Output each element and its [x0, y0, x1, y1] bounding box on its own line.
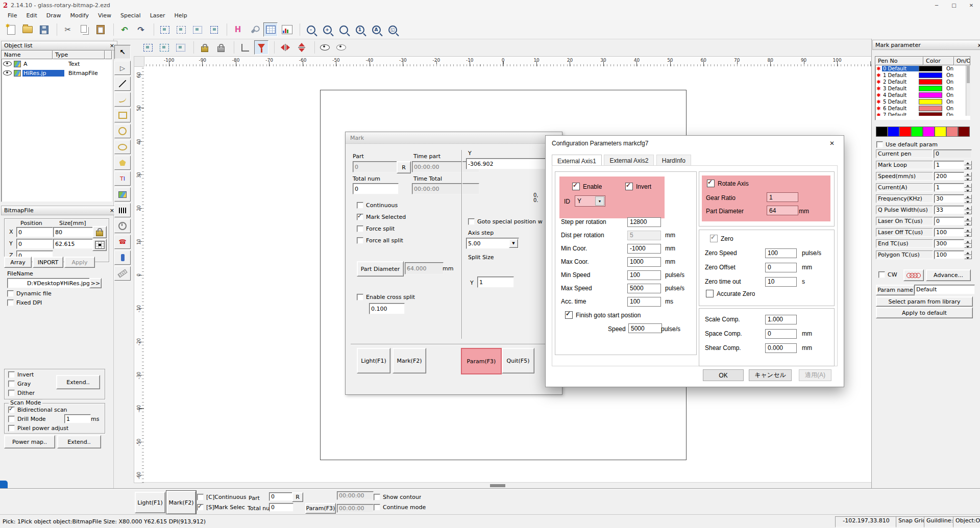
undo-button[interactable]: ↶: [117, 22, 132, 37]
cw-checkbox[interactable]: CW: [878, 271, 897, 278]
config-close-icon[interactable]: ✕: [820, 136, 844, 151]
menu-item[interactable]: Laser: [145, 11, 170, 20]
hatch-button[interactable]: H: [231, 22, 245, 37]
pen-row[interactable]: ✱ 0 Default On: [875, 65, 970, 72]
total-num-field[interactable]: 0: [353, 183, 399, 194]
config-value-field[interactable]: 5000: [627, 284, 661, 293]
pen-row[interactable]: ✱ 5 Default On: [875, 98, 970, 105]
part-diameter-config-field[interactable]: 64: [767, 206, 798, 215]
dither-checkbox[interactable]: Dither: [8, 390, 35, 396]
mark-selected-bar-checkbox[interactable]: [S]Mark Selected: [197, 504, 245, 511]
force-all-split-checkbox[interactable]: Force all split: [357, 237, 403, 244]
cut-button[interactable]: ✂: [61, 22, 75, 37]
x-size-field[interactable]: 80: [53, 227, 93, 237]
tool-output-port[interactable]: [114, 250, 131, 265]
param-value-field[interactable]: 30: [934, 194, 964, 203]
pen-row[interactable]: ✱ 7 Default On: [875, 112, 970, 116]
menu-item[interactable]: Modify: [65, 11, 93, 20]
light-f1-bar-button[interactable]: Light(F1): [135, 492, 165, 513]
color-swatch[interactable]: [888, 127, 898, 136]
power-map-button[interactable]: Power map..: [4, 435, 55, 448]
param-value-field[interactable]: 0: [934, 149, 972, 158]
param-value-field[interactable]: 0: [934, 217, 964, 225]
continuous-checkbox[interactable]: Continuous: [357, 202, 398, 209]
pen-row[interactable]: ✱ 2 Default On: [875, 79, 970, 85]
config-value-field[interactable]: 100: [765, 248, 797, 258]
color-swatch[interactable]: [935, 127, 945, 136]
config-value-field[interactable]: 0: [765, 329, 797, 339]
part-bar-field[interactable]: 0: [269, 492, 293, 501]
tool-curve[interactable]: [114, 92, 131, 107]
rotate-axis-checkbox[interactable]: Rotate Axis: [707, 180, 749, 187]
reset-bar-button[interactable]: R: [292, 492, 303, 502]
y-size-field[interactable]: 62.615: [53, 239, 93, 249]
extend-scan-button[interactable]: Extend..: [57, 435, 101, 448]
config-value-field[interactable]: 0: [765, 263, 797, 272]
drill-mode-checkbox[interactable]: Drill Mode: [8, 416, 46, 422]
redo-button[interactable]: ↷: [134, 22, 148, 37]
anchor-grid-button[interactable]: [92, 239, 107, 251]
spinner[interactable]: [964, 239, 972, 248]
quit-f5-button[interactable]: Quit(F5): [502, 348, 534, 373]
ok-button[interactable]: OK: [703, 369, 744, 381]
tool-circle[interactable]: [114, 124, 131, 138]
spinner[interactable]: [964, 250, 972, 259]
select-param-library-button[interactable]: Select param from library: [876, 296, 973, 307]
finish-goto-checkbox[interactable]: Finish goto start postion: [565, 311, 641, 319]
pen-row[interactable]: ✱ 3 Default On: [875, 85, 970, 92]
maximize-button[interactable]: □: [945, 0, 963, 10]
object-list-row[interactable]: HiRes.jp BitmapFile: [2, 68, 112, 78]
config-value-field[interactable]: 1000: [627, 257, 661, 267]
column-on-off[interactable]: On/O: [954, 57, 970, 65]
minimize-button[interactable]: ─: [928, 0, 945, 10]
mark-f2-button[interactable]: Mark(F2): [393, 348, 426, 373]
group-edit-button[interactable]: [174, 40, 188, 55]
part-diameter-button[interactable]: Part Diameter: [357, 261, 404, 276]
param-value-field[interactable]: 300: [934, 239, 964, 248]
paste-button[interactable]: [93, 22, 108, 37]
config-value-field[interactable]: 0.000: [765, 343, 797, 353]
tool-rectangle[interactable]: [114, 108, 131, 122]
unlock-button[interactable]: [214, 40, 228, 55]
spinner[interactable]: [964, 228, 972, 237]
stats-button[interactable]: [280, 22, 294, 37]
light-f1-button[interactable]: Light(F1): [357, 348, 390, 373]
goto-speed-field[interactable]: 5000: [628, 323, 662, 333]
advance-button[interactable]: Advance...: [926, 269, 971, 281]
param-name-field[interactable]: Default: [914, 285, 975, 294]
pen-row[interactable]: ✱ 6 Default On: [875, 105, 970, 112]
object-list-row[interactable]: A Text: [2, 59, 112, 68]
mark-selected-checkbox[interactable]: Mark Selected: [357, 214, 406, 220]
config-value-field[interactable]: 100: [627, 297, 661, 307]
preview-button[interactable]: [318, 40, 333, 55]
pen-row[interactable]: ✱ 4 Default On: [875, 92, 970, 98]
column-type[interactable]: Type: [53, 51, 105, 59]
force-split-checkbox[interactable]: Force split: [357, 225, 395, 232]
x-position-field[interactable]: 0: [16, 227, 53, 237]
inport-button[interactable]: INPORT: [33, 257, 63, 268]
save-button[interactable]: [37, 22, 51, 37]
axis-step-dropdown[interactable]: 5.00 ▼: [466, 238, 519, 249]
color-swatch[interactable]: [923, 127, 934, 136]
config-value-field[interactable]: 10: [765, 277, 797, 287]
menu-item[interactable]: File: [3, 11, 21, 20]
accurate-zero-checkbox[interactable]: Accurate Zero: [706, 290, 755, 297]
bidirectional-checkbox[interactable]: Bidirectional scan: [8, 407, 67, 413]
id-dropdown[interactable]: Y ▼: [575, 195, 605, 207]
object-list-close-icon[interactable]: ×: [110, 42, 114, 49]
apply-to-default-button[interactable]: Apply to default: [876, 307, 973, 318]
tool-polygon[interactable]: [114, 156, 131, 170]
total-bar-field[interactable]: 0: [269, 503, 293, 512]
color-swatch[interactable]: [911, 127, 922, 136]
color-swatch[interactable]: [946, 127, 957, 136]
cancel-button[interactable]: キャンセル: [749, 369, 792, 381]
mark-param-toggle-button[interactable]: [263, 22, 278, 37]
mark-parameter-close-icon[interactable]: x: [977, 42, 980, 48]
param-value-field[interactable]: 1: [934, 161, 964, 169]
fixed-dpi-checkbox[interactable]: Fixed DPI: [7, 299, 42, 306]
config-value-field[interactable]: 12800: [627, 217, 661, 227]
lock-button[interactable]: [198, 40, 212, 55]
transform-button[interactable]: [207, 22, 221, 37]
reset-part-button[interactable]: R: [397, 161, 411, 173]
param-f3-button[interactable]: Param(F3): [461, 348, 502, 374]
